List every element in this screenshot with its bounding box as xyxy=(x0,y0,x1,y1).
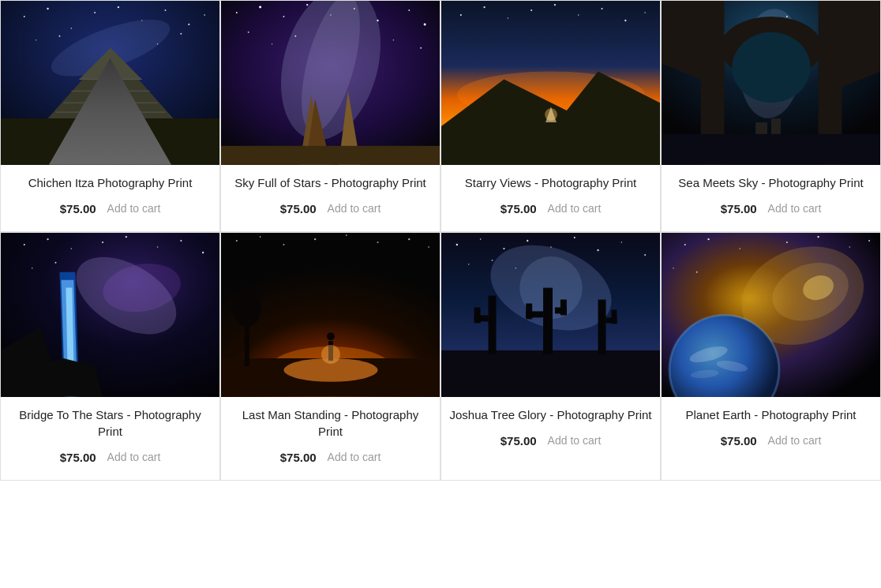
product-title-joshua-tree-glory: Joshua Tree Glory - Photography Print xyxy=(449,406,652,423)
svg-point-48 xyxy=(554,4,556,6)
svg-rect-123 xyxy=(441,350,660,397)
product-card-planet-earth: Planet Earth - Photography Print $75.00 … xyxy=(661,232,881,481)
svg-point-136 xyxy=(684,244,686,245)
add-to-cart-button-sea-meets-sky[interactable]: Add to cart xyxy=(768,202,822,215)
svg-point-78 xyxy=(126,236,127,238)
svg-point-93 xyxy=(283,244,284,245)
svg-point-13 xyxy=(180,33,182,35)
svg-point-117 xyxy=(597,249,598,251)
product-card-joshua-tree-glory: Joshua Tree Glory - Photography Print $7… xyxy=(440,232,661,481)
svg-point-10 xyxy=(36,39,37,41)
svg-rect-126 xyxy=(474,307,481,323)
svg-point-11 xyxy=(58,36,60,37)
svg-point-68 xyxy=(732,32,810,103)
product-price-row-chichen-itza: $75.00 Add to cart xyxy=(9,197,212,227)
svg-point-94 xyxy=(314,238,316,240)
svg-point-8 xyxy=(188,24,189,25)
svg-point-107 xyxy=(321,345,340,364)
svg-point-104 xyxy=(233,287,261,327)
add-to-cart-button-starry-views[interactable]: Add to cart xyxy=(548,202,602,215)
product-price-bridge-to-stars: $75.00 xyxy=(60,451,96,464)
svg-point-138 xyxy=(739,248,740,249)
svg-point-97 xyxy=(408,238,410,240)
svg-point-28 xyxy=(306,4,308,6)
svg-point-3 xyxy=(71,28,73,29)
svg-point-29 xyxy=(330,14,332,16)
product-image-joshua-tree-glory[interactable] xyxy=(441,233,660,397)
svg-point-36 xyxy=(294,36,296,37)
product-title-bridge-to-stars: Bridge To The Stars - Photography Print xyxy=(9,406,212,440)
add-to-cart-button-sky-full-of-stars[interactable]: Add to cart xyxy=(328,202,381,215)
svg-point-31 xyxy=(377,20,378,21)
product-price-chichen-itza: $75.00 xyxy=(60,202,96,215)
svg-point-27 xyxy=(283,16,284,17)
product-card-starry-views: Starry Views - Photography Print $75.00 … xyxy=(440,0,661,232)
product-price-sky-full-of-stars: $75.00 xyxy=(280,202,317,215)
product-image-chichen-itza[interactable] xyxy=(1,1,219,165)
svg-point-4 xyxy=(94,12,96,13)
product-price-planet-earth: $75.00 xyxy=(721,434,757,448)
product-image-sea-meets-sky[interactable] xyxy=(662,1,880,165)
product-price-row-last-man-standing: $75.00 Add to cart xyxy=(229,446,432,475)
svg-point-44 xyxy=(460,14,462,16)
svg-point-143 xyxy=(673,268,674,269)
add-to-cart-button-bridge-to-stars[interactable]: Add to cart xyxy=(107,451,161,463)
svg-point-114 xyxy=(527,240,528,242)
svg-point-120 xyxy=(468,264,470,265)
svg-point-113 xyxy=(503,248,504,249)
svg-point-37 xyxy=(393,39,395,41)
svg-point-51 xyxy=(624,20,626,21)
svg-point-122 xyxy=(515,268,517,269)
svg-point-74 xyxy=(24,244,25,245)
product-info-joshua-tree-glory: Joshua Tree Glory - Photography Print $7… xyxy=(441,397,660,463)
product-card-chichen-itza: Chichen Itza Photography Print $75.00 Ad… xyxy=(0,0,220,232)
svg-point-34 xyxy=(248,32,249,33)
product-image-starry-views[interactable] xyxy=(441,1,660,165)
svg-point-77 xyxy=(102,242,103,243)
product-image-planet-earth[interactable] xyxy=(662,233,880,397)
svg-point-45 xyxy=(483,6,485,8)
svg-point-47 xyxy=(530,9,532,11)
product-image-last-man-standing[interactable] xyxy=(221,233,440,397)
product-price-last-man-standing: $75.00 xyxy=(280,451,317,464)
svg-point-80 xyxy=(180,240,182,242)
add-to-cart-button-planet-earth[interactable]: Add to cart xyxy=(768,434,822,447)
product-price-row-joshua-tree-glory: $75.00 Add to cart xyxy=(449,429,652,459)
svg-point-82 xyxy=(32,268,33,269)
svg-point-111 xyxy=(456,244,458,245)
svg-point-112 xyxy=(480,238,482,240)
add-to-cart-button-last-man-standing[interactable]: Add to cart xyxy=(328,451,381,463)
product-info-sky-full-of-stars: Sky Full of Stars - Photography Print $7… xyxy=(221,165,440,231)
product-title-sea-meets-sky: Sea Meets Sky - Photography Print xyxy=(669,174,872,191)
svg-point-32 xyxy=(408,9,410,11)
product-title-chichen-itza: Chichen Itza Photography Print xyxy=(9,174,212,191)
svg-rect-129 xyxy=(560,299,567,315)
svg-point-5 xyxy=(118,6,119,8)
add-to-cart-button-chichen-itza[interactable]: Add to cart xyxy=(107,202,161,215)
svg-point-50 xyxy=(602,8,603,9)
svg-point-137 xyxy=(707,238,709,240)
svg-point-95 xyxy=(346,234,347,236)
svg-point-52 xyxy=(644,12,646,13)
svg-point-96 xyxy=(377,242,379,243)
add-to-cart-button-joshua-tree-glory[interactable]: Add to cart xyxy=(548,434,602,447)
product-image-sky-full-of-stars[interactable] xyxy=(221,1,440,165)
svg-point-91 xyxy=(236,240,238,242)
svg-point-1 xyxy=(24,16,25,17)
svg-rect-131 xyxy=(526,303,532,319)
svg-point-121 xyxy=(492,260,493,261)
product-card-sky-full-of-stars: Sky Full of Stars - Photography Print $7… xyxy=(220,0,440,232)
svg-point-49 xyxy=(578,14,579,16)
product-info-sea-meets-sky: Sea Meets Sky - Photography Print $75.00… xyxy=(662,165,880,231)
product-title-starry-views: Starry Views - Photography Print xyxy=(449,174,652,191)
product-price-sea-meets-sky: $75.00 xyxy=(721,202,757,215)
svg-point-7 xyxy=(165,9,167,11)
product-image-bridge-to-stars[interactable] xyxy=(1,233,219,397)
svg-point-26 xyxy=(259,6,261,9)
svg-point-79 xyxy=(157,246,159,248)
svg-point-118 xyxy=(621,242,623,243)
svg-point-115 xyxy=(550,246,552,248)
svg-rect-70 xyxy=(755,122,767,134)
svg-point-116 xyxy=(574,237,575,238)
svg-point-9 xyxy=(204,14,205,16)
